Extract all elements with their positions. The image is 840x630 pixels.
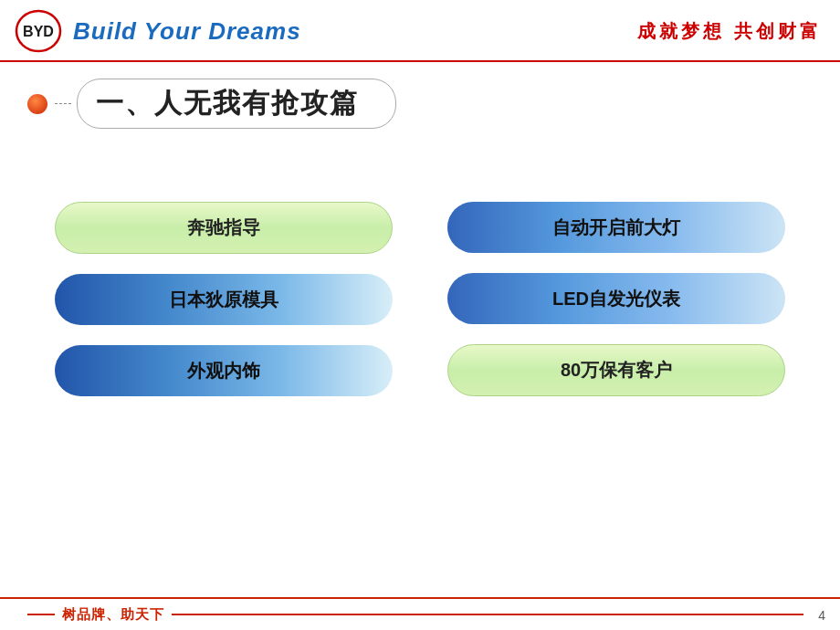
pill-right-2: LED自发光仪表 [447, 273, 785, 324]
footer-text: 树品牌、助天下 [62, 606, 164, 624]
pill-right-3: 80万保有客户 [447, 344, 785, 396]
bullet-circle-icon [27, 94, 47, 114]
logo-area: BYD Build Your Dreams [15, 7, 301, 55]
header: BYD Build Your Dreams 成就梦想 共创财富 [0, 0, 840, 62]
left-pill-column: 奔驰指导 日本狄原模具 外观内饰 [55, 202, 393, 396]
pill-right-1: 自动开启前大灯 [447, 202, 785, 253]
brand-tagline: Build Your Dreams [73, 17, 301, 46]
footer: 树品牌、助天下 [0, 597, 840, 630]
footer-line-right-decoration [172, 614, 803, 615]
right-pill-column: 自动开启前大灯 LED自发光仪表 80万保有客户 [447, 202, 785, 396]
header-slogan: 成就梦想 共创财富 [637, 19, 822, 44]
pill-left-2: 日本狄原模具 [55, 274, 393, 325]
page-number: 4 [818, 608, 825, 623]
svg-text:BYD: BYD [23, 24, 54, 39]
footer-line-left-decoration [27, 614, 55, 615]
dashed-line-decoration [55, 103, 71, 104]
pill-left-1: 奔驰指导 [55, 202, 393, 254]
pill-left-3: 外观内饰 [55, 345, 393, 396]
section-title-box: 一、人无我有抢攻篇 [77, 79, 396, 129]
section-title: 一、人无我有抢攻篇 [96, 88, 359, 118]
section-title-area: 一、人无我有抢攻篇 [27, 79, 813, 129]
content-area: 奔驰指导 日本狄原模具 外观内饰 自动开启前大灯 LED自发光仪表 80万保有客… [0, 202, 840, 396]
byd-logo-icon: BYD [15, 7, 62, 55]
